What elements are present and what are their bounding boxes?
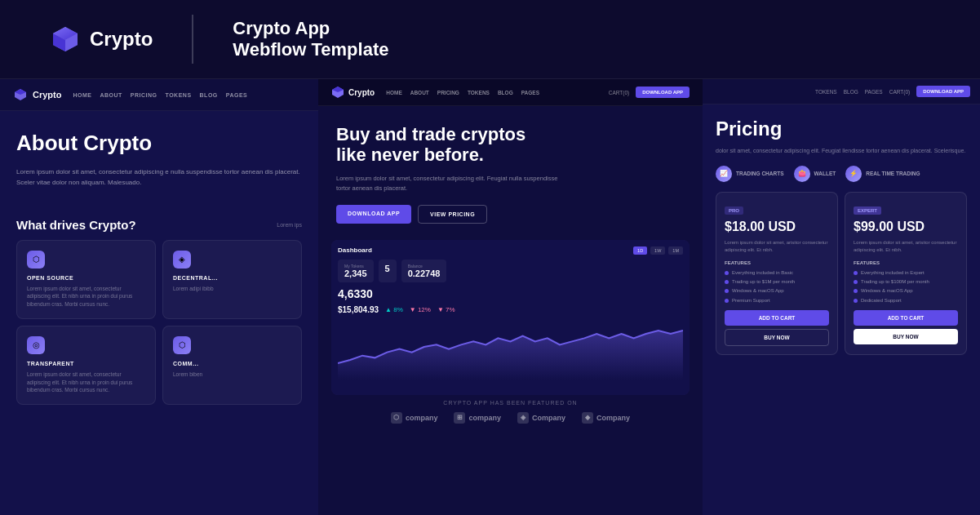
- center-nav-blog[interactable]: BLOG: [498, 90, 513, 95]
- feature-title-2: DECENTRAL...: [173, 275, 291, 281]
- expert-badge: EXPERT: [854, 206, 881, 215]
- expert-price: $99.00 USD: [854, 220, 958, 234]
- center-nav-about[interactable]: ABOUT: [410, 90, 429, 95]
- dash-price-row: $15,804.93 ▲ 8% ▼ 12% ▼ 7%: [338, 305, 683, 314]
- left-nav-home[interactable]: HOME: [73, 92, 91, 98]
- pro-buy-now[interactable]: BUY NOW: [725, 329, 829, 346]
- pricing-cards: PRO $18.00 USD Lorem ipsum dolor sit ame…: [716, 192, 967, 356]
- dash-tab-1[interactable]: 1D: [633, 246, 647, 255]
- left-nav-tokens[interactable]: TOKENS: [166, 92, 192, 98]
- pro-feature-3: Windows & macOS App: [725, 287, 829, 294]
- right-dl-button[interactable]: DOWNLOAD APP: [916, 86, 970, 97]
- dash-tabs: 1D 1W 1M: [633, 246, 683, 255]
- pro-add-to-cart[interactable]: ADD TO CART: [725, 310, 829, 326]
- dash-change3: ▼ 7%: [437, 306, 455, 314]
- pro-features-label: FEATURES: [725, 260, 829, 265]
- company-name-4: Company: [596, 414, 630, 422]
- hero-buttons: DOWNLOAD APP VIEW PRICING: [336, 205, 685, 224]
- dash-stat-balance-value: 0.22748: [408, 269, 441, 278]
- feature-card-3: ◎ TRANSPARENT Lorem ipsum dolor sit amet…: [16, 326, 156, 405]
- center-nav-tokens[interactable]: TOKENS: [468, 90, 490, 95]
- right-nav-blog[interactable]: BLOG: [844, 89, 858, 95]
- expert-feature-dot-3: [854, 289, 858, 293]
- left-nav-blog[interactable]: BLOG: [200, 92, 218, 98]
- dash-header: Dashboard 1D 1W 1M: [338, 246, 683, 255]
- company-icon-3: ◈: [517, 412, 529, 424]
- expert-desc: Lorem ipsum dolor sit amet, arisitor con…: [854, 239, 958, 254]
- header: Crypto Crypto App Webflow Template: [0, 0, 980, 79]
- main-content: Crypto HOME ABOUT PRICING TOKENS BLOG PA…: [0, 79, 980, 515]
- pro-feature-dot-1: [725, 271, 729, 275]
- left-nav-brand: Crypto: [33, 90, 61, 100]
- expert-feature-2: Trading up to $100M per month: [854, 278, 958, 285]
- pricing-card-expert: EXPERT $99.00 USD Lorem ipsum dolor sit …: [845, 192, 967, 356]
- about-desc: Lorem ipsum dolor sit amet, consectetur …: [16, 167, 302, 189]
- what-drives-title: What drives Crypto?: [16, 218, 136, 232]
- pf-trading-charts: 📈 TRADING CHARTS: [716, 166, 784, 182]
- center-nav-pricing[interactable]: PRICING: [437, 90, 459, 95]
- feature-text-3: Lorem ipsum dolor sit amet, consectetur …: [27, 371, 145, 394]
- what-drives-desc: Lorem ips: [277, 222, 302, 228]
- company-icon-1: ⬡: [391, 412, 402, 424]
- hero-dl-button[interactable]: DOWNLOAD APP: [336, 205, 411, 224]
- header-logo-text: Crypto: [90, 28, 153, 51]
- pro-feature-text-1: Everything included in Basic: [732, 269, 793, 276]
- expert-feature-text-1: Everything included in Expert: [861, 269, 925, 276]
- center-dl-button[interactable]: DOWNLOAD APP: [636, 87, 690, 98]
- about-content: About Crypto Lorem ipsum dolor sit amet,…: [0, 111, 318, 218]
- pricing-features-bar: 📈 TRADING CHARTS 👛 WALLET ⚡ REAL TIME TR…: [716, 166, 967, 182]
- pf-wallet: 👛 WALLET: [794, 166, 836, 182]
- dash-tab-3[interactable]: 1M: [668, 246, 683, 255]
- header-logo-icon: [49, 23, 82, 55]
- what-drives-section: What drives Crypto? Lorem ips ⬡ OPEN SOU…: [0, 218, 318, 406]
- features-grid: ⬡ OPEN SOURCE Lorem ipsum dolor sit amet…: [16, 240, 302, 406]
- left-nav-pages[interactable]: PAGES: [226, 92, 248, 98]
- feature-card-2: ◈ DECENTRAL... Lorem adipi ibibb: [162, 240, 302, 319]
- hero-pricing-button[interactable]: VIEW PRICING: [418, 205, 487, 224]
- panel-hero: Crypto HOME ABOUT PRICING TOKENS BLOG PA…: [318, 79, 703, 515]
- center-nav-home[interactable]: HOME: [386, 90, 402, 95]
- pf-real-time: ⚡ REAL TIME TRADING: [845, 166, 920, 182]
- header-tagline: Crypto App Webflow Template: [233, 18, 388, 61]
- pro-feature-dot-3: [725, 289, 729, 293]
- expert-feature-dot-4: [854, 299, 858, 303]
- right-cart[interactable]: CART(0): [889, 89, 911, 95]
- feature-icon-2: ◈: [173, 251, 191, 269]
- pricing-desc: dolor sit amet, consectetur adipiscing e…: [716, 147, 967, 156]
- feature-icon-3: ◎: [27, 336, 45, 354]
- dashboard-inner: Dashboard 1D 1W 1M My Tokens 2,345 5: [331, 240, 690, 395]
- right-nav-pages[interactable]: PAGES: [865, 89, 883, 95]
- left-nav-pricing[interactable]: PRICING: [131, 92, 157, 98]
- dash-change2: ▼ 12%: [410, 306, 431, 314]
- pro-feature-1: Everything included in Basic: [725, 269, 829, 276]
- hero-desc: Lorem ipsum dolor sit amet, consectetur …: [336, 174, 565, 193]
- pf-label-2: WALLET: [814, 171, 836, 176]
- center-cart-label[interactable]: CART(0): [609, 90, 630, 95]
- pro-feature-text-2: Trading up to $1M per month: [732, 278, 795, 285]
- header-divider: [192, 15, 193, 64]
- company-name-3: Company: [532, 414, 565, 422]
- company-name-2: company: [468, 414, 501, 422]
- right-nav-tokens[interactable]: TOKENS: [815, 89, 837, 95]
- dash-change: ▲ 8%: [385, 306, 403, 314]
- left-nav-about[interactable]: ABOUT: [100, 92, 122, 98]
- expert-feature-dot-2: [854, 280, 858, 284]
- center-nav-pages[interactable]: PAGES: [521, 90, 539, 95]
- feature-text-1: Lorem ipsum dolor sit amet, consectetur …: [27, 285, 145, 309]
- company-2: ⊞ company: [454, 412, 501, 424]
- expert-feature-text-2: Trading up to $100M per month: [861, 278, 929, 285]
- expert-add-to-cart[interactable]: ADD TO CART: [854, 310, 958, 326]
- dash-chart: [338, 314, 683, 380]
- feature-icon-1: ⬡: [27, 251, 45, 269]
- dash-price: $15,804.93: [338, 305, 379, 314]
- left-nav-logo: Crypto: [13, 87, 61, 102]
- left-nav-links: HOME ABOUT PRICING TOKENS BLOG PAGES: [73, 92, 247, 98]
- expert-buy-now[interactable]: BUY NOW: [854, 329, 958, 344]
- pf-label-1: TRADING CHARTS: [736, 171, 784, 176]
- center-nav-brand: Crypto: [348, 88, 375, 97]
- feature-card-1: ⬡ OPEN SOURCE Lorem ipsum dolor sit amet…: [16, 240, 156, 319]
- left-nav: Crypto HOME ABOUT PRICING TOKENS BLOG PA…: [0, 79, 318, 111]
- feature-text-4: Lorem biben: [173, 371, 291, 379]
- dash-tab-2[interactable]: 1W: [650, 246, 665, 255]
- expert-feature-text-4: Dedicated Support: [861, 297, 902, 304]
